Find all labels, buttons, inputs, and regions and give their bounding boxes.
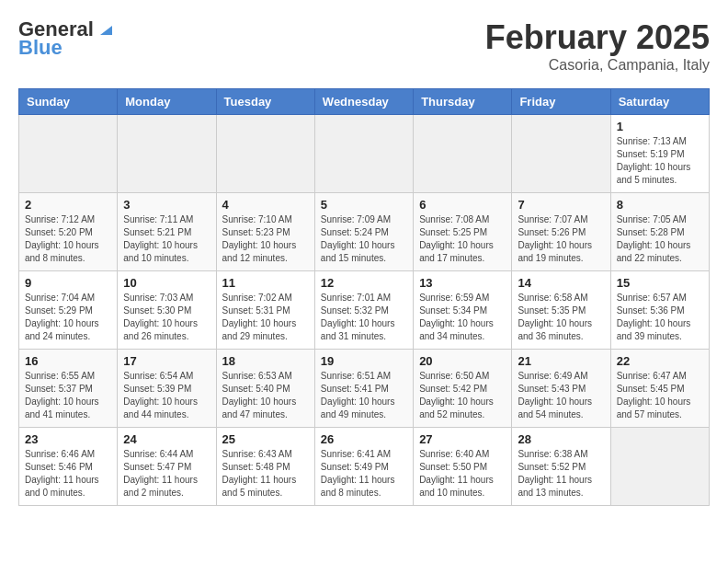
weekday-header-row: SundayMondayTuesdayWednesdayThursdayFrid…: [19, 89, 710, 115]
day-number: 22: [617, 354, 703, 368]
day-info: Sunrise: 7:10 AM Sunset: 5:23 PM Dayligh…: [222, 213, 309, 265]
calendar-week-row: 16Sunrise: 6:55 AM Sunset: 5:37 PM Dayli…: [19, 350, 710, 428]
day-number: 2: [25, 198, 111, 212]
day-number: 5: [321, 198, 407, 212]
day-info: Sunrise: 6:59 AM Sunset: 5:34 PM Dayligh…: [419, 292, 506, 343]
day-info: Sunrise: 7:11 AM Sunset: 5:21 PM Dayligh…: [123, 213, 210, 265]
day-number: 10: [123, 276, 210, 290]
day-number: 6: [419, 198, 506, 212]
svg-marker-0: [100, 26, 112, 35]
calendar-week-row: 23Sunrise: 6:46 AM Sunset: 5:46 PM Dayli…: [19, 428, 710, 506]
calendar-cell: 12Sunrise: 7:01 AM Sunset: 5:32 PM Dayli…: [314, 271, 413, 350]
calendar-cell: [216, 115, 314, 193]
weekday-header: Thursday: [414, 89, 512, 115]
weekday-header: Wednesday: [314, 89, 413, 115]
day-number: 21: [518, 354, 604, 368]
day-number: 11: [222, 276, 309, 290]
calendar-cell: 19Sunrise: 6:51 AM Sunset: 5:41 PM Dayli…: [314, 350, 413, 428]
day-info: Sunrise: 6:43 AM Sunset: 5:48 PM Dayligh…: [222, 448, 309, 500]
day-info: Sunrise: 6:46 AM Sunset: 5:46 PM Dayligh…: [25, 448, 111, 500]
day-number: 12: [321, 276, 407, 290]
calendar-cell: [19, 115, 118, 193]
logo-blue: Blue: [18, 37, 63, 59]
day-info: Sunrise: 7:04 AM Sunset: 5:29 PM Dayligh…: [25, 292, 111, 343]
day-number: 27: [419, 432, 506, 446]
day-number: 28: [518, 432, 604, 446]
day-number: 20: [419, 354, 506, 368]
day-info: Sunrise: 6:47 AM Sunset: 5:45 PM Dayligh…: [617, 370, 703, 421]
calendar-cell: 25Sunrise: 6:43 AM Sunset: 5:48 PM Dayli…: [216, 428, 314, 506]
calendar-cell: 10Sunrise: 7:03 AM Sunset: 5:30 PM Dayli…: [118, 271, 216, 350]
day-info: Sunrise: 6:44 AM Sunset: 5:47 PM Dayligh…: [123, 448, 210, 500]
calendar-week-row: 2Sunrise: 7:12 AM Sunset: 5:20 PM Daylig…: [19, 193, 710, 271]
day-number: 17: [123, 354, 210, 368]
day-info: Sunrise: 7:08 AM Sunset: 5:25 PM Dayligh…: [419, 213, 506, 265]
calendar-cell: [414, 115, 512, 193]
day-number: 25: [222, 432, 309, 446]
calendar-cell: [610, 428, 709, 506]
calendar-cell: 5Sunrise: 7:09 AM Sunset: 5:24 PM Daylig…: [314, 193, 413, 271]
weekday-header: Monday: [118, 89, 216, 115]
calendar-cell: 24Sunrise: 6:44 AM Sunset: 5:47 PM Dayli…: [118, 428, 216, 506]
weekday-header: Tuesday: [216, 89, 314, 115]
calendar-cell: 9Sunrise: 7:04 AM Sunset: 5:29 PM Daylig…: [19, 271, 118, 350]
day-info: Sunrise: 6:55 AM Sunset: 5:37 PM Dayligh…: [25, 370, 111, 421]
calendar-week-row: 9Sunrise: 7:04 AM Sunset: 5:29 PM Daylig…: [19, 271, 710, 350]
calendar-week-row: 1Sunrise: 7:13 AM Sunset: 5:19 PM Daylig…: [19, 115, 710, 193]
calendar-cell: 13Sunrise: 6:59 AM Sunset: 5:34 PM Dayli…: [414, 271, 512, 350]
weekday-header: Sunday: [19, 89, 118, 115]
calendar-cell: 15Sunrise: 6:57 AM Sunset: 5:36 PM Dayli…: [610, 271, 709, 350]
day-number: 26: [321, 432, 407, 446]
calendar-cell: 11Sunrise: 7:02 AM Sunset: 5:31 PM Dayli…: [216, 271, 314, 350]
logo: General Blue: [18, 18, 114, 59]
day-info: Sunrise: 6:54 AM Sunset: 5:39 PM Dayligh…: [123, 370, 210, 421]
weekday-header: Friday: [512, 89, 610, 115]
day-info: Sunrise: 6:50 AM Sunset: 5:42 PM Dayligh…: [419, 370, 506, 421]
day-number: 24: [123, 432, 210, 446]
day-info: Sunrise: 7:03 AM Sunset: 5:30 PM Dayligh…: [123, 292, 210, 343]
calendar-cell: 18Sunrise: 6:53 AM Sunset: 5:40 PM Dayli…: [216, 350, 314, 428]
day-number: 16: [25, 354, 111, 368]
day-number: 13: [419, 276, 506, 290]
calendar-cell: 27Sunrise: 6:40 AM Sunset: 5:50 PM Dayli…: [414, 428, 512, 506]
day-info: Sunrise: 7:01 AM Sunset: 5:32 PM Dayligh…: [321, 292, 407, 343]
calendar-cell: 1Sunrise: 7:13 AM Sunset: 5:19 PM Daylig…: [610, 115, 709, 193]
weekday-header: Saturday: [610, 89, 709, 115]
day-info: Sunrise: 7:09 AM Sunset: 5:24 PM Dayligh…: [321, 213, 407, 265]
day-number: 23: [25, 432, 111, 446]
day-number: 19: [321, 354, 407, 368]
day-number: 7: [518, 198, 604, 212]
calendar-cell: 14Sunrise: 6:58 AM Sunset: 5:35 PM Dayli…: [512, 271, 610, 350]
calendar-cell: 4Sunrise: 7:10 AM Sunset: 5:23 PM Daylig…: [216, 193, 314, 271]
day-info: Sunrise: 6:38 AM Sunset: 5:52 PM Dayligh…: [518, 448, 604, 500]
day-number: 15: [617, 276, 703, 290]
location-subtitle: Casoria, Campania, Italy: [485, 57, 710, 74]
day-info: Sunrise: 7:05 AM Sunset: 5:28 PM Dayligh…: [617, 213, 703, 265]
day-info: Sunrise: 6:58 AM Sunset: 5:35 PM Dayligh…: [518, 292, 604, 343]
calendar-cell: 8Sunrise: 7:05 AM Sunset: 5:28 PM Daylig…: [610, 193, 709, 271]
day-info: Sunrise: 6:40 AM Sunset: 5:50 PM Dayligh…: [419, 448, 506, 500]
day-info: Sunrise: 6:51 AM Sunset: 5:41 PM Dayligh…: [321, 370, 407, 421]
logo-icon: [96, 18, 114, 37]
calendar-cell: 7Sunrise: 7:07 AM Sunset: 5:26 PM Daylig…: [512, 193, 610, 271]
calendar-cell: 16Sunrise: 6:55 AM Sunset: 5:37 PM Dayli…: [19, 350, 118, 428]
calendar-cell: 6Sunrise: 7:08 AM Sunset: 5:25 PM Daylig…: [414, 193, 512, 271]
day-number: 3: [123, 198, 210, 212]
calendar-table: SundayMondayTuesdayWednesdayThursdayFrid…: [18, 88, 710, 506]
calendar-cell: 20Sunrise: 6:50 AM Sunset: 5:42 PM Dayli…: [414, 350, 512, 428]
day-info: Sunrise: 6:49 AM Sunset: 5:43 PM Dayligh…: [518, 370, 604, 421]
day-info: Sunrise: 6:41 AM Sunset: 5:49 PM Dayligh…: [321, 448, 407, 500]
month-title: February 2025: [485, 18, 710, 57]
calendar-cell: 26Sunrise: 6:41 AM Sunset: 5:49 PM Dayli…: [314, 428, 413, 506]
page-header: General Blue February 2025 Casoria, Camp…: [18, 18, 710, 74]
day-info: Sunrise: 6:53 AM Sunset: 5:40 PM Dayligh…: [222, 370, 309, 421]
day-info: Sunrise: 6:57 AM Sunset: 5:36 PM Dayligh…: [617, 292, 703, 343]
calendar-cell: 2Sunrise: 7:12 AM Sunset: 5:20 PM Daylig…: [19, 193, 118, 271]
calendar-cell: 22Sunrise: 6:47 AM Sunset: 5:45 PM Dayli…: [610, 350, 709, 428]
day-number: 4: [222, 198, 309, 212]
calendar-cell: 3Sunrise: 7:11 AM Sunset: 5:21 PM Daylig…: [118, 193, 216, 271]
calendar-cell: [118, 115, 216, 193]
day-number: 9: [25, 276, 111, 290]
day-number: 14: [518, 276, 604, 290]
calendar-cell: [512, 115, 610, 193]
